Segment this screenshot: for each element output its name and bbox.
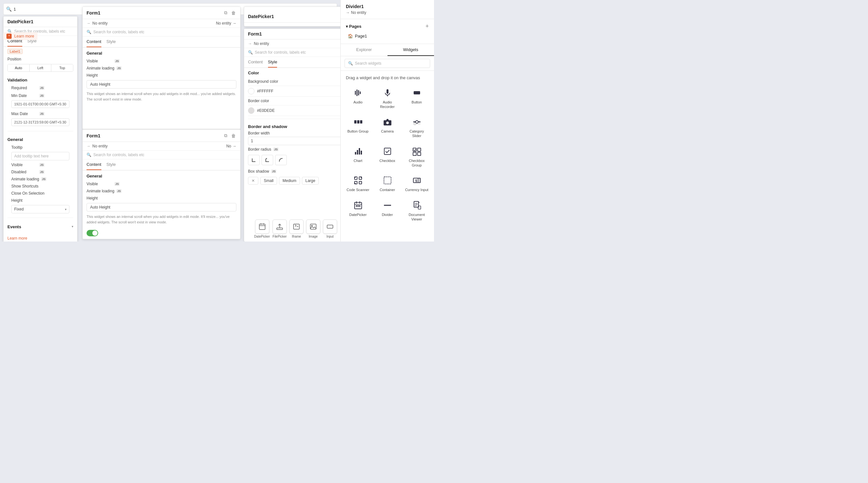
datepicker-top-title: DatePicker1 [248, 14, 274, 19]
shadow-medium-btn[interactable]: Medium [279, 177, 300, 184]
svg-rect-20 [384, 148, 391, 154]
sidebar-tabs: Explorer Widgets [341, 44, 434, 56]
document-viewer-label: Document Viewer [405, 212, 429, 222]
input-bottom-item[interactable]: Input [323, 220, 337, 238]
widget-category-slider[interactable]: Category Slider [402, 113, 431, 142]
sidebar-tab-widgets[interactable]: Widgets [388, 44, 434, 56]
widgets-search-inner[interactable]: 🔍 Search widgets [345, 59, 430, 68]
form2-copy-icon[interactable]: ⧉ [223, 132, 228, 139]
widget-button-group[interactable]: Button Group [343, 113, 373, 142]
learn-more-link[interactable]: Learn more [7, 236, 27, 240]
svg-rect-2 [358, 90, 359, 95]
min-date-input[interactable]: 1921-01-01T00:00:00 GMT+5:30 [11, 100, 69, 108]
position-auto[interactable]: Auto [8, 64, 30, 72]
pages-title-text: Pages [349, 24, 361, 29]
label-tag-row: Label1 [4, 47, 77, 56]
filepicker-bottom-item[interactable]: FilePicker [273, 220, 287, 238]
form1-title: Form1 [87, 10, 100, 16]
height-select-row: Fixed ▾ [7, 205, 73, 214]
events-section: Events ▾ [4, 219, 77, 234]
input-bottom-icon [323, 220, 337, 234]
svg-rect-42 [356, 205, 357, 206]
add-page-button[interactable]: + [425, 23, 429, 30]
position-left[interactable]: Left [30, 64, 52, 72]
form2-tab-style[interactable]: Style [106, 160, 116, 170]
widget-code-scanner[interactable]: Code Scanner [343, 171, 373, 196]
position-top[interactable]: Top [51, 64, 73, 72]
position-label: Position [7, 57, 33, 61]
form1-copy-icon[interactable]: ⧉ [223, 9, 228, 16]
code-scanner-icon [353, 175, 363, 186]
shadow-none-btn[interactable]: ✕ [248, 177, 258, 184]
box-shadow-js: JS [271, 169, 276, 173]
form1-header-icons: ⧉ 🗑 [223, 9, 237, 16]
form1-animate-js: JS [116, 66, 122, 70]
widget-camera[interactable]: Camera [373, 113, 402, 142]
page1-item[interactable]: 🏠 Page1 [346, 32, 429, 40]
form1-animate-label: Animate loading [87, 66, 114, 70]
form2-toggle-row [83, 227, 240, 239]
tooltip-input[interactable]: Add tooltip text here [11, 152, 69, 160]
form2-tab-content[interactable]: Content [87, 160, 101, 170]
max-date-input[interactable]: 2121-12-31T23:59:00 GMT+5:30 [11, 118, 69, 126]
form1-delete-icon[interactable]: 🗑 [230, 10, 237, 16]
widget-audio-recorder[interactable]: Audio Recorder [373, 84, 402, 113]
radius-medium-btn[interactable] [261, 155, 273, 165]
audio-icon [353, 88, 363, 98]
radius-sharp-btn[interactable] [248, 155, 259, 165]
form2-visible-js: JS [114, 182, 120, 186]
currency-input-icon: $ [412, 175, 422, 186]
image-bottom-label: Image [309, 235, 318, 238]
shadow-small-btn[interactable]: Small [260, 177, 277, 184]
form1-tab-style[interactable]: Style [106, 36, 116, 47]
required-js-badge: JS [39, 86, 44, 90]
widget-divider[interactable]: Divider [373, 196, 402, 226]
height-select[interactable]: Fixed ▾ [11, 205, 69, 214]
chevron-down-icon: ▾ [65, 207, 66, 211]
form2-toggle[interactable] [87, 230, 98, 236]
shadow-large-btn[interactable]: Large [302, 177, 319, 184]
widget-checkbox[interactable]: Checkbox [373, 142, 402, 172]
min-date-label: Min Date [11, 93, 37, 98]
chevron-down-icon: ▾ [346, 24, 348, 29]
style-panel-title: Form1 [248, 31, 262, 36]
widgets-search-placeholder: Search widgets [355, 61, 381, 66]
page1-icon: 🏠 [348, 34, 353, 38]
form2-header: Form1 ⧉ 🗑 [83, 130, 240, 142]
radius-large-btn[interactable] [275, 155, 287, 165]
border-radius-label: Border radius [248, 147, 271, 152]
datepicker-bottom-item[interactable]: DatePicker [254, 220, 270, 238]
entity-right-arrow-icon: → [232, 21, 237, 26]
events-chevron-icon: ▾ [72, 225, 73, 228]
widget-button[interactable]: Button [402, 84, 431, 113]
form1-search[interactable]: 🔍 Search for controls, labels etc [87, 30, 237, 34]
divider-icon [382, 200, 393, 210]
style-tab-content[interactable]: Content [248, 57, 263, 67]
style-search-placeholder: Search for controls, labels etc [255, 50, 306, 55]
widget-checkbox-group[interactable]: Checkbox Group [402, 142, 431, 172]
validation-title: Validation [7, 75, 73, 84]
svg-rect-24 [417, 152, 421, 155]
sidebar-tab-explorer[interactable]: Explorer [341, 44, 388, 56]
svg-rect-3 [360, 91, 361, 94]
form1-tab-content[interactable]: Content [87, 36, 101, 47]
widget-datepicker[interactable]: DatePicker [343, 196, 373, 226]
widget-currency-input[interactable]: $ Currency Input [402, 171, 431, 196]
tooltip-input-row: Add tooltip text here [7, 152, 73, 160]
form2-delete-icon[interactable]: 🗑 [230, 133, 237, 139]
widget-audio[interactable]: Audio [343, 84, 373, 113]
radius-medium-icon [265, 158, 270, 163]
iframe-bottom-item[interactable]: Iframe [289, 220, 304, 238]
form2-search[interactable]: 🔍 Search for controls, labels etc [87, 152, 237, 157]
widget-container[interactable]: Container [373, 171, 402, 196]
widgets-search-row: 🔍 Search widgets [341, 56, 434, 71]
checkbox-label: Checkbox [379, 159, 395, 163]
learn-more-link-banner[interactable]: Learn more [14, 34, 34, 38]
style-tab-style[interactable]: Style [268, 57, 277, 67]
style-entity-arrow-icon: → [248, 41, 252, 46]
widget-chart[interactable]: Chart [343, 142, 373, 172]
pages-section: ▾ Pages + 🏠 Page1 [341, 19, 434, 44]
search-icon: 🔍 [87, 30, 91, 34]
widget-document-viewer[interactable]: Document Viewer [402, 196, 431, 226]
image-bottom-item[interactable]: Image [306, 220, 320, 238]
